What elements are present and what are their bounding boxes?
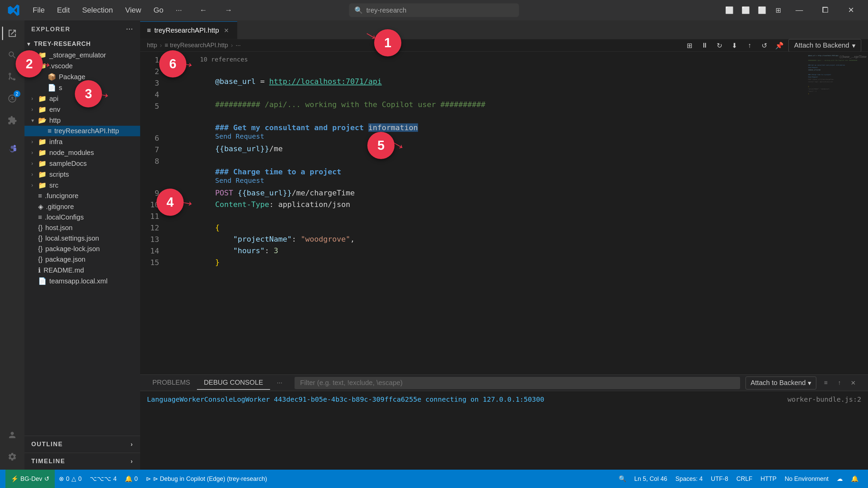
toolbar-grid-icon[interactable]: ⊞ [684, 39, 696, 52]
status-connections[interactable]: ⌥⌥⌥ 4 [86, 470, 121, 488]
toolbar-pin-icon[interactable]: 📌 [773, 39, 786, 52]
status-spaces[interactable]: Spaces: 4 [671, 470, 707, 488]
nav-back[interactable]: ← [194, 4, 213, 17]
tree-item-local-settings[interactable]: {} local.settings.json [24, 233, 140, 244]
minimize-button[interactable]: — [789, 0, 809, 20]
tree-item-package-json[interactable]: {} package.json [24, 254, 140, 265]
branch-name: BG-Dev [20, 475, 42, 483]
tree-item-package[interactable]: 📦 Package [24, 71, 140, 82]
restore-button[interactable]: ⧠ [815, 0, 835, 20]
annotation-3: 3 [75, 80, 102, 107]
activity-run-debug[interactable]: 2 [2, 88, 22, 109]
status-errors[interactable]: ⊗ 0 △ 0 [55, 470, 86, 488]
tree-item-infra[interactable]: › 📁 infra [24, 136, 140, 147]
menu-go[interactable]: Go [148, 4, 169, 17]
tree-item-readme[interactable]: ℹ README.md [24, 265, 140, 276]
menu-edit[interactable]: Edit [51, 4, 75, 17]
panel-up-icon[interactable]: ↑ [834, 378, 845, 388]
json-file-icon: {} [38, 224, 43, 232]
tab-trey-research-api[interactable]: ≡ treyResearchAPI.http ✕ [140, 21, 237, 39]
status-debug[interactable]: ⊳ ⊳ Debug in Copilot (Edge) (trey-resear… [142, 470, 271, 488]
panel-tab-debug-console[interactable]: DEBUG CONSOLE [197, 376, 270, 390]
menu-bar: File Edit Selection View Go ··· [27, 4, 187, 17]
status-notifications[interactable]: 🔔 0 [121, 470, 142, 488]
error-count: 0 [66, 475, 69, 483]
tab-close-button[interactable]: ✕ [222, 26, 230, 35]
panel-close-icon[interactable]: ✕ [848, 378, 858, 388]
status-search[interactable]: 🔍 [615, 470, 630, 488]
tree-item-label: package-lock.json [45, 245, 100, 253]
tree-item-funcignore[interactable]: ≡ .funcignore [24, 191, 140, 201]
sidebar-more-icon[interactable]: ··· [126, 26, 133, 33]
code-content[interactable]: 10 references @base_url = http://localho… [165, 52, 807, 374]
layout-grid-icon[interactable]: ⊞ [773, 5, 784, 16]
outline-label: OUTLINE [31, 441, 63, 448]
activity-teams[interactable] [2, 139, 22, 159]
tree-item-node-modules[interactable]: › 📁 node_modules [24, 147, 140, 158]
folder-icon: 📁 [38, 105, 47, 114]
layout-sidebar-icon[interactable]: ⬜ [724, 5, 735, 16]
menu-file[interactable]: File [27, 4, 50, 17]
chevron-right-icon: › [31, 160, 38, 167]
tree-item-label: treyResearchAPI.http [54, 127, 119, 135]
panel-tab-problems[interactable]: PROBLEMS [146, 376, 197, 390]
panel-list-icon[interactable]: ≡ [820, 378, 831, 388]
tree-item-gitignore[interactable]: ◈ .gitignore [24, 201, 140, 212]
attach-to-backend-button[interactable]: Attach to Backend ▾ [788, 39, 861, 52]
activity-bar: 2 [0, 20, 24, 470]
chevron-right-icon: › [31, 150, 38, 156]
tree-item-teamsapp[interactable]: 📄 teamsapp.local.xml [24, 276, 140, 286]
status-branch[interactable]: ⚡ BG-Dev ↺ [5, 470, 55, 488]
activity-accounts[interactable] [2, 425, 22, 445]
menu-selection[interactable]: Selection [77, 4, 118, 17]
status-bell[interactable]: 🔔 [847, 470, 863, 488]
debug-log-file[interactable]: worker-bundle.js:2 [787, 395, 861, 403]
tree-item-host-json[interactable]: {} host.json [24, 223, 140, 233]
tree-item-scripts[interactable]: › 📁 scripts [24, 169, 140, 180]
tabs-bar: ≡ treyResearchAPI.http ✕ [140, 20, 868, 39]
nav-forward[interactable]: → [219, 4, 238, 17]
folder-icon: 📁 [38, 94, 47, 103]
breadcrumb-more[interactable]: ··· [236, 42, 241, 49]
breadcrumb-http[interactable]: http [147, 42, 157, 49]
debug-badge: 2 [14, 90, 20, 97]
toolbar-pause-icon[interactable]: ⏸ [699, 39, 711, 52]
toolbar-up-icon[interactable]: ↑ [744, 39, 756, 52]
panel-tab-more[interactable]: ··· [270, 376, 289, 390]
toolbar-refresh-icon[interactable]: ↻ [714, 39, 726, 52]
tree-item-trey-research-api[interactable]: ≡ treyResearchAPI.http [24, 126, 140, 136]
layout-split-icon[interactable]: ⬜ [756, 5, 767, 16]
status-cloud-sync[interactable]: ☁ [833, 470, 847, 488]
timeline-header[interactable]: TIMELINE › [24, 456, 140, 467]
panel-filter-input[interactable] [295, 377, 740, 389]
titlebar: File Edit Selection View Go ··· ← → 🔍 tr… [0, 0, 868, 20]
breadcrumb-file[interactable]: ≡ treyResearchAPI.http [165, 42, 228, 49]
menu-view[interactable]: View [120, 4, 147, 17]
status-position[interactable]: Ln 5, Col 46 [630, 470, 671, 488]
tree-root-trey-research[interactable]: ▾ TREY-RESEARCH [24, 38, 140, 50]
tree-item-package-lock[interactable]: {} package-lock.json [24, 244, 140, 254]
main-layout: 2 EXPLORER ··· ▾ TREY-RESEARCH [0, 20, 868, 470]
toolbar-restart-icon[interactable]: ↺ [758, 39, 771, 52]
status-environment[interactable]: No Environment [781, 470, 833, 488]
status-encoding[interactable]: UTF-8 [707, 470, 732, 488]
tree-item-src[interactable]: › 📁 src [24, 180, 140, 191]
menu-more[interactable]: ··· [170, 4, 187, 17]
folder-icon: 📁 [38, 149, 47, 157]
activity-extensions[interactable] [2, 110, 22, 130]
status-eol[interactable]: CRLF [732, 470, 756, 488]
code-line-13: "projectName": "woodgrove", [170, 222, 807, 233]
search-bar[interactable]: 🔍 trey-research [349, 3, 519, 17]
close-button[interactable]: ✕ [841, 0, 861, 20]
outline-header[interactable]: OUTLINE › [24, 439, 140, 450]
tree-item-local-configs[interactable]: ≡ .localConfigs [24, 212, 140, 223]
attach-to-backend-panel-button[interactable]: Attach to Backend ▾ [746, 377, 816, 389]
code-editor[interactable]: 1 2 3 4 5 6 7 8 9 10 11 12 13 14 15 10 r… [140, 52, 868, 374]
layout-panel-icon[interactable]: ⬜ [740, 5, 751, 16]
tree-item-sample-docs[interactable]: › 📁 sampleDocs [24, 158, 140, 169]
status-language[interactable]: HTTP [756, 470, 781, 488]
toolbar-download-icon[interactable]: ⬇ [729, 39, 741, 52]
activity-settings[interactable] [2, 447, 22, 467]
tree-item-http[interactable]: ▾ 📂 http [24, 115, 140, 126]
activity-explorer[interactable] [2, 23, 22, 43]
